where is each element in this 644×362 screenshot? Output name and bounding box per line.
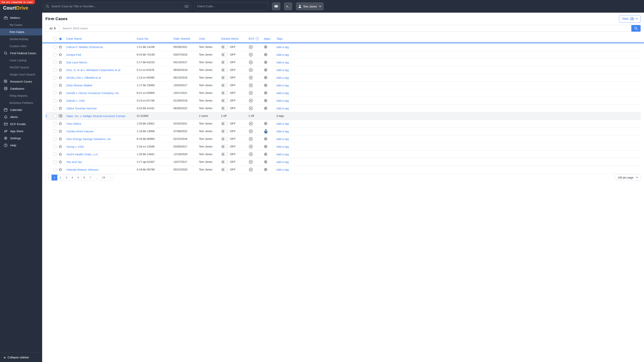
pagination-page-5[interactable]: 5 bbox=[75, 175, 81, 180]
user-menu-button[interactable]: Tom Jones bbox=[296, 2, 322, 10]
sidebar-item-alerts[interactable]: Alerts bbox=[0, 113, 42, 120]
pagination-ellipsis[interactable]: ... bbox=[93, 175, 100, 180]
case-name-link[interactable]: Zulima P. Niebles Echeverria bbox=[66, 45, 137, 49]
ecf-disabled-icon[interactable] bbox=[248, 68, 264, 72]
favorite-star-icon[interactable] bbox=[58, 168, 66, 171]
ecf-help-icon[interactable]: ? bbox=[256, 37, 259, 40]
ecf-disabled-icon[interactable] bbox=[248, 129, 264, 133]
ecf-disabled-icon[interactable] bbox=[248, 137, 264, 141]
docket-alert-toggle[interactable] bbox=[221, 106, 228, 110]
docket-alert-toggle[interactable] bbox=[221, 68, 228, 72]
favorite-star-icon[interactable] bbox=[58, 129, 66, 133]
add-tag-link[interactable]: Add a tag bbox=[276, 122, 322, 125]
sidebar-item-calendar[interactable]: Calendar bbox=[0, 106, 42, 113]
header-date-started[interactable]: Date Started bbox=[174, 37, 199, 40]
pagination-page-3[interactable]: 3 bbox=[64, 175, 70, 180]
row-checkbox[interactable] bbox=[53, 160, 56, 164]
docket-alert-toggle[interactable] bbox=[221, 152, 228, 156]
ecf-disabled-icon[interactable] bbox=[248, 106, 264, 110]
case-name-link[interactable]: Your Energy Savings Solutions, Inc bbox=[66, 137, 137, 141]
add-tag-link[interactable]: Add a tag bbox=[276, 137, 322, 141]
row-checkbox[interactable] bbox=[53, 122, 56, 125]
sidebar-item-settings[interactable]: Settings bbox=[0, 135, 42, 142]
add-tag-link[interactable]: Add a tag bbox=[276, 153, 322, 156]
filter-scope-select[interactable]: All bbox=[46, 25, 60, 32]
header-case-no[interactable]: Case No bbox=[137, 37, 174, 40]
ecf-disabled-icon[interactable] bbox=[248, 144, 264, 149]
case-name-link[interactable]: Zarrelli v. Hiscox Insurance Company, In… bbox=[66, 91, 137, 95]
sidebar-item-databases[interactable]: Databases bbox=[0, 85, 42, 92]
sidebar-item-case-lookup[interactable]: Case Lookup bbox=[0, 57, 42, 64]
add-tag-link[interactable]: Add a tag bbox=[276, 107, 322, 110]
select-all-checkbox[interactable] bbox=[53, 37, 56, 40]
apps-gear-icon[interactable] bbox=[264, 76, 276, 79]
pagination-page-29[interactable]: 29 bbox=[100, 175, 108, 180]
apps-gear-icon[interactable] bbox=[264, 168, 276, 171]
sidebar-item-single-court-search[interactable]: Single Court Search bbox=[0, 71, 42, 78]
add-tag-link[interactable]: Add a tag bbox=[276, 160, 322, 164]
add-tag-link[interactable]: Add a tag bbox=[276, 76, 322, 79]
ecf-disabled-icon[interactable] bbox=[248, 121, 264, 126]
expand-row-chevron-icon[interactable] bbox=[46, 114, 51, 117]
sidebar-item-matters[interactable]: Matters bbox=[0, 14, 42, 21]
pagination-page-1[interactable]: 1 bbox=[52, 175, 58, 180]
case-name-link[interactable]: Yoo and Tan bbox=[66, 160, 137, 164]
case-name-link[interactable]: Yves Delice bbox=[66, 122, 137, 125]
docket-alert-toggle[interactable] bbox=[221, 53, 228, 56]
apps-gear-icon[interactable] bbox=[264, 99, 276, 102]
header-docket-alerts[interactable]: Docket Alerts bbox=[221, 37, 248, 40]
client-code-input[interactable] bbox=[197, 4, 265, 8]
case-name-link[interactable]: Yolanda Watson Johnson bbox=[66, 168, 137, 171]
impersonate-mask-button[interactable] bbox=[272, 2, 280, 10]
favorite-star-icon[interactable] bbox=[58, 91, 66, 95]
apps-gear-icon[interactable] bbox=[264, 145, 276, 148]
row-checkbox[interactable] bbox=[53, 99, 56, 102]
ecf-disabled-icon[interactable] bbox=[248, 167, 264, 172]
row-checkbox[interactable] bbox=[53, 91, 56, 95]
ecf-disabled-icon[interactable] bbox=[248, 60, 264, 64]
favorite-star-icon[interactable] bbox=[58, 60, 66, 64]
docket-alert-toggle[interactable] bbox=[221, 137, 228, 141]
add-tag-link[interactable]: Add a tag bbox=[276, 91, 322, 95]
add-tag-link[interactable]: Add a tag bbox=[276, 99, 322, 102]
header-ecf[interactable]: ECF? bbox=[248, 37, 264, 40]
apps-gear-icon[interactable] bbox=[264, 122, 276, 125]
docket-alert-toggle[interactable] bbox=[221, 91, 228, 95]
ecf-disabled-icon[interactable] bbox=[248, 75, 264, 80]
apps-gear-icon[interactable] bbox=[264, 45, 276, 49]
sidebar-item-app-store[interactable]: App Store bbox=[0, 128, 42, 135]
apps-gear-icon[interactable] bbox=[264, 53, 276, 56]
sidebar-item-find-federal-cases[interactable]: Find Federal Cases bbox=[0, 50, 42, 57]
ecf-disabled-icon[interactable] bbox=[248, 98, 264, 103]
favorite-star-icon[interactable] bbox=[58, 152, 66, 156]
ecf-disabled-icon[interactable] bbox=[248, 52, 264, 57]
favorite-star-icon[interactable] bbox=[58, 122, 66, 125]
sidebar-item-help[interactable]: Help bbox=[0, 142, 42, 149]
sidebar-item-research-cases[interactable]: Research Cases bbox=[0, 78, 42, 85]
ecf-disabled-icon[interactable] bbox=[248, 45, 264, 49]
apps-gear-update-icon[interactable] bbox=[264, 129, 276, 134]
add-tag-link[interactable]: Add a tag bbox=[276, 145, 322, 148]
docket-alert-toggle[interactable] bbox=[221, 145, 228, 148]
ecf-disabled-icon[interactable] bbox=[248, 160, 264, 164]
add-tag-link[interactable]: Add a tag bbox=[276, 61, 322, 64]
row-checkbox[interactable] bbox=[53, 61, 56, 64]
pagination-prev[interactable]: ‹ bbox=[46, 175, 52, 180]
row-checkbox[interactable] bbox=[53, 53, 56, 56]
sidebar-item-filing-reports[interactable]: Filing Reports bbox=[0, 92, 42, 99]
apps-gear-icon[interactable] bbox=[264, 160, 276, 164]
favorite-column-header[interactable] bbox=[58, 37, 66, 41]
case-name-link[interactable]: Zaleski v. USA bbox=[66, 99, 137, 102]
case-name-link[interactable]: Young v. USA bbox=[66, 145, 137, 148]
case-name-link[interactable]: Zajas, Inc. v. Badger Mutual Insurance C… bbox=[66, 114, 137, 118]
row-checkbox[interactable] bbox=[53, 45, 56, 49]
docket-alert-toggle[interactable] bbox=[221, 60, 228, 64]
pagination-next[interactable]: › bbox=[108, 175, 114, 180]
row-checkbox[interactable] bbox=[53, 114, 56, 118]
case-name-link[interactable]: Yumiko Kint'e Hauser bbox=[66, 130, 137, 133]
add-tag-link[interactable]: Add a tag bbox=[276, 53, 322, 56]
row-checkbox[interactable] bbox=[53, 68, 56, 72]
ecf-disabled-icon[interactable] bbox=[248, 83, 264, 87]
header-apps[interactable]: Apps bbox=[264, 37, 276, 40]
header-user[interactable]: User bbox=[199, 37, 221, 40]
